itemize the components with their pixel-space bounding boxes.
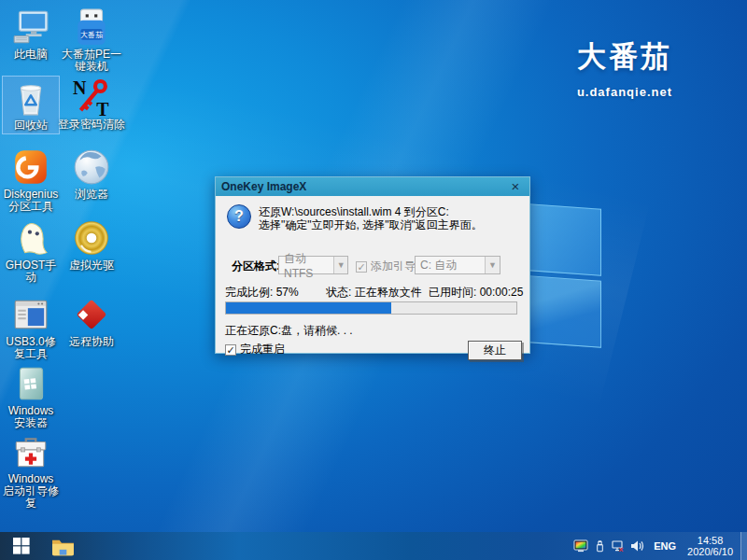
taskbar: × ENG 14:58 2020/6/10 <box>0 532 747 560</box>
dialog-message: 还原W:\sources\install.wim 4 到分区C: 选择"确定"立… <box>259 205 483 231</box>
system-tray: × ENG 14:58 2020/6/10 <box>571 532 747 560</box>
desktop-icon-label: 浏览器 <box>75 189 108 201</box>
svg-text:大番茄: 大番茄 <box>80 31 103 39</box>
desktop-icon-password-clear[interactable]: NT登录密码清除 <box>56 76 127 133</box>
desktop-icon-label: 虚拟光驱 <box>69 259 114 272</box>
desktop-icon-this-pc[interactable]: 此电脑 <box>2 6 60 63</box>
show-desktop-button[interactable] <box>740 532 747 560</box>
display-settings-icon[interactable] <box>571 532 590 560</box>
usb-installer-icon: 大番茄 <box>72 7 111 47</box>
checkbox-icon[interactable]: ✓ <box>225 344 236 356</box>
desktop-icon-label: 回收站 <box>14 119 48 132</box>
desktop-icon-virtual-cd[interactable]: 虚拟光驱 <box>56 217 127 273</box>
status-label: 状态: 正在释放文件 <box>326 285 422 301</box>
dialog-message-line1: 还原W:\sources\install.wim 4 到分区C: <box>259 205 483 218</box>
glass-box-icon <box>11 364 50 403</box>
first-aid-icon <box>11 432 50 471</box>
ghost-icon <box>11 218 50 258</box>
desktop-icon-win-installer[interactable]: Windows安装器 <box>2 362 60 431</box>
nt-key-icon: NT <box>72 77 111 117</box>
network-disconnected-icon[interactable]: × <box>609 532 627 560</box>
desktop-icon-browser[interactable]: 浏览器 <box>56 146 127 203</box>
recycle-bin-icon <box>11 78 50 118</box>
restore-status-line: 正在还原C:盘，请稍候. . . <box>225 323 353 339</box>
desktop-icon-ghost-manual[interactable]: GHOST手动 <box>2 217 60 286</box>
svg-text:×: × <box>619 545 624 553</box>
desktop-icon-label: Diskgenius 分区工具 <box>3 189 59 213</box>
windows-start-icon <box>13 538 30 554</box>
reboot-checkbox[interactable]: ✓ 完成重启 <box>225 342 285 357</box>
cd-icon <box>72 218 111 258</box>
chevron-down-icon[interactable]: ▼ <box>485 257 500 273</box>
brand-url: u.dafanqie.net <box>577 85 672 99</box>
windows-logo-pane-bottom <box>529 275 601 347</box>
dialog-title: OneKey ImageX <box>221 180 507 193</box>
desktop-icon-label: GHOST手动 <box>3 259 59 284</box>
help-icon: ? <box>227 204 251 229</box>
computer-icon <box>11 7 50 47</box>
drive-combobox-value: C: 自动 <box>420 258 457 273</box>
windows-logo-pane-top <box>529 203 601 275</box>
red-diamond-icon <box>72 295 111 334</box>
add-boot-checkbox[interactable]: ✓ 添加引导 <box>356 259 416 274</box>
chevron-down-icon[interactable]: ▼ <box>333 257 347 273</box>
desktop-icon-label: Windows启动引导修复 <box>3 473 59 510</box>
reboot-label: 完成重启 <box>240 342 285 357</box>
dialog-message-line2: 选择"确定"立即开始, 选择"取消"返回主界面。 <box>259 218 483 231</box>
app-window-icon <box>11 295 50 334</box>
dialog-titlebar[interactable]: OneKey ImageX × <box>216 177 529 196</box>
format-combobox-value: 自动 NTFS <box>284 251 333 280</box>
progress-fill <box>226 302 391 314</box>
desktop-icon-label: 大番茄PE一键装机 <box>57 49 126 73</box>
partition-options-row: 分区格式: 自动 NTFS ▼ ✓ 添加引导 C: 自动 ▼ <box>216 256 529 274</box>
file-explorer-button[interactable] <box>43 532 82 560</box>
desktop-icon-label: 远程协助 <box>69 336 114 348</box>
abort-button[interactable]: 终止 <box>468 341 522 360</box>
partition-format-label: 分区格式: <box>232 259 280 274</box>
language-indicator[interactable]: ENG <box>646 540 684 552</box>
desktop-icon-boot-repair[interactable]: Windows启动引导修复 <box>2 430 60 511</box>
percent-complete-label: 完成比例: 57% <box>225 285 299 301</box>
desktop-icon-label: 此电脑 <box>14 49 48 61</box>
desktop-wallpaper: 大番茄 u.dafanqie.net 此电脑大番茄大番茄PE一键装机回收站NT登… <box>0 0 747 560</box>
brand-watermark: 大番茄 u.dafanqie.net <box>577 37 672 99</box>
elapsed-time-label: 已用时间: 00:00:25 <box>429 285 523 301</box>
volume-icon[interactable] <box>627 532 646 560</box>
desktop-icon-usb3-fix[interactable]: USB3.0修复工具 <box>2 293 60 362</box>
globe-icon <box>72 147 111 187</box>
onekey-imagex-dialog: OneKey ImageX × ? 还原W:\sources\install.w… <box>215 176 530 354</box>
clock-date: 2020/6/10 <box>687 546 733 557</box>
desktop-icon-label: Windows安装器 <box>3 405 59 429</box>
drive-combobox[interactable]: C: 自动 ▼ <box>415 256 500 274</box>
format-combobox[interactable]: 自动 NTFS ▼ <box>278 256 348 274</box>
desktop-icon-recycle-bin[interactable]: 回收站 <box>2 76 60 134</box>
desktop-icon-label: USB3.0修复工具 <box>3 336 59 360</box>
dialog-body: ? 还原W:\sources\install.wim 4 到分区C: 选择"确定… <box>216 196 529 354</box>
clock-time: 14:58 <box>687 535 733 546</box>
svg-text:N: N <box>73 77 87 98</box>
usb-device-icon[interactable] <box>590 532 609 560</box>
add-boot-label: 添加引导 <box>371 259 416 274</box>
diskgenius-icon <box>11 147 50 187</box>
taskbar-clock[interactable]: 14:58 2020/6/10 <box>684 535 740 557</box>
desktop-icon-remote-assist[interactable]: 远程协助 <box>56 293 127 350</box>
start-button[interactable] <box>0 532 43 560</box>
desktop-icon-tomato-pe[interactable]: 大番茄大番茄PE一键装机 <box>56 6 127 75</box>
desktop-icon-label: 登录密码清除 <box>58 119 125 131</box>
svg-text:T: T <box>96 99 108 117</box>
folder-icon <box>51 537 75 556</box>
checkbox-icon[interactable]: ✓ <box>356 261 367 273</box>
desktop-icon-diskgenius[interactable]: Diskgenius 分区工具 <box>2 146 60 215</box>
brand-title: 大番茄 <box>577 37 672 77</box>
windows-logo-wallpaper <box>529 203 601 354</box>
close-icon[interactable]: × <box>507 178 524 195</box>
progress-bar <box>225 301 517 315</box>
